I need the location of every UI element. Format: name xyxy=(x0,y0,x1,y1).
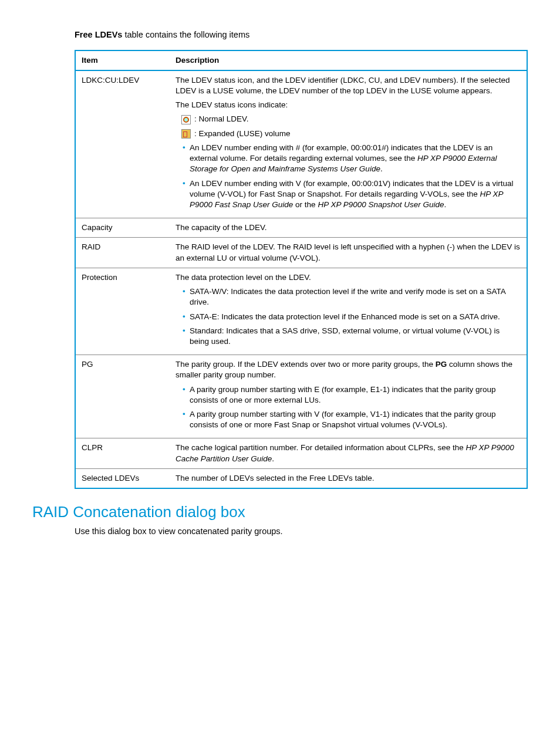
section-heading: RAID Concatenation dialog box xyxy=(32,502,528,522)
list-item: SATA-E: Indicates the data protection le… xyxy=(183,312,521,322)
table-row: Selected LDEVs The number of LDEVs selec… xyxy=(75,468,527,488)
cell-desc: The RAID level of the LDEV. The RAID lev… xyxy=(170,238,527,268)
icon-line: : Normal LDEV. xyxy=(181,114,521,124)
cell-item: CLPR xyxy=(75,438,170,468)
table-row: RAID The RAID level of the LDEV. The RAI… xyxy=(75,238,527,268)
list-item: A parity group number starting with E (f… xyxy=(183,384,521,406)
cell-desc: The capacity of the LDEV. xyxy=(170,218,527,238)
cell-item: Selected LDEVs xyxy=(75,468,170,488)
icon-label: : Expanded (LUSE) volume xyxy=(194,129,291,139)
expanded-luse-icon xyxy=(181,129,191,139)
cell-item: LDKC:CU:LDEV xyxy=(75,70,170,218)
cell-item: Capacity xyxy=(75,218,170,238)
cell-desc: The parity group. If the LDEV extends ov… xyxy=(170,355,527,438)
cell-desc: The number of LDEVs selected in the Free… xyxy=(170,468,527,488)
bullet-list: An LDEV number ending with # (for exampl… xyxy=(176,143,521,210)
desc-para: The LDEV status icon, and the LDEV ident… xyxy=(176,75,521,96)
desc-para: The LDEV status icons indicate: xyxy=(176,100,521,110)
table-row: Protection The data protection level on … xyxy=(75,268,527,355)
intro-bold: Free LDEVs xyxy=(75,30,122,39)
desc-para: The data protection level on the LDEV. xyxy=(176,272,521,283)
header-item: Item xyxy=(75,50,170,70)
table-row: LDKC:CU:LDEV The LDEV status icon, and t… xyxy=(75,70,527,218)
cell-item: RAID xyxy=(75,238,170,268)
list-item: An LDEV number ending with V (for exampl… xyxy=(183,178,521,211)
doc-ref: HP XP P9000 Snapshot User Guide xyxy=(318,200,444,209)
table-row: PG The parity group. If the LDEV extends… xyxy=(75,355,527,438)
intro-rest: table contains the following items xyxy=(122,30,249,39)
desc-para: The parity group. If the LDEV extends ov… xyxy=(176,359,521,380)
cell-desc: The LDEV status icon, and the LDEV ident… xyxy=(170,70,527,218)
cell-item: PG xyxy=(75,355,170,438)
icon-line: : Expanded (LUSE) volume xyxy=(181,129,521,139)
list-item: An LDEV number ending with # (for exampl… xyxy=(183,143,521,175)
section-body: Use this dialog box to view concatenated… xyxy=(75,526,528,538)
bullet-list: SATA-W/V: Indicates the data protection … xyxy=(176,286,521,347)
table-row: Capacity The capacity of the LDEV. xyxy=(75,218,527,238)
intro-text: Free LDEVs table contains the following … xyxy=(75,29,528,41)
bullet-list: A parity group number starting with E (f… xyxy=(176,384,521,431)
cell-item: Protection xyxy=(75,268,170,355)
cell-desc: The data protection level on the LDEV. S… xyxy=(170,268,527,355)
normal-ldev-icon xyxy=(181,115,191,124)
table-row: CLPR The cache logical partition number.… xyxy=(75,438,527,468)
header-description: Description xyxy=(170,50,527,70)
list-item: SATA-W/V: Indicates the data protection … xyxy=(183,286,521,308)
free-ldevs-table: Item Description LDKC:CU:LDEV The LDEV s… xyxy=(75,50,528,490)
list-item: Standard: Indicates that a SAS drive, SS… xyxy=(183,326,521,347)
cell-desc: The cache logical partition number. For … xyxy=(170,438,527,468)
list-item: A parity group number starting with V (f… xyxy=(183,409,521,430)
icon-label: : Normal LDEV. xyxy=(194,114,249,124)
